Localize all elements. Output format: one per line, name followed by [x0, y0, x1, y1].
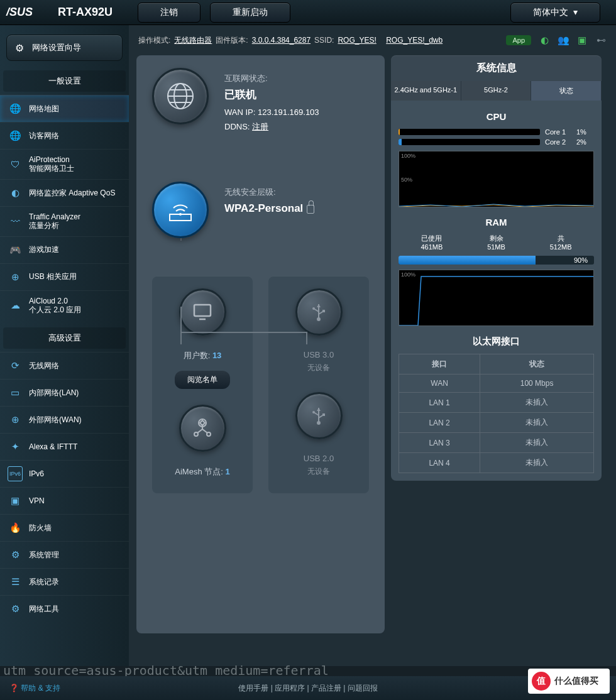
eth-header-status: 状态: [480, 354, 594, 375]
aimesh-count: 1: [225, 467, 229, 476]
ram-title: RAM: [399, 217, 594, 227]
help-link[interactable]: ❓ 帮助 & 支持: [9, 683, 60, 694]
tab-24-5g1[interactable]: 2.4GHz and 5GHz-1: [391, 81, 461, 101]
admin-icon: ⚙: [8, 547, 23, 562]
globe-icon: 🌐: [8, 101, 23, 116]
clients-label: 用户数:: [184, 351, 211, 360]
pulse-icon: 〰: [8, 214, 23, 229]
ram-free: 51MB: [487, 243, 505, 251]
clients-card: 用户数: 13 阅览名单 AiMesh 节点: 1: [152, 276, 253, 493]
usb-status-icon[interactable]: ⊷: [595, 35, 607, 46]
tab-status[interactable]: 状态: [531, 81, 602, 101]
svg-rect-6: [194, 305, 211, 316]
system-tabs: 2.4GHz and 5GHz-1 5GHz-2 状态: [391, 81, 602, 101]
ethernet-table: 接口状态 WAN100 Mbps LAN 1未插入 LAN 2未插入 LAN 3…: [399, 354, 594, 473]
tab-5g2[interactable]: 5GHz-2: [461, 81, 532, 101]
usb2-label: USB 2.0: [275, 454, 363, 463]
sidebar-item-qos[interactable]: ◐网络监控家 Adaptive QoS: [0, 179, 129, 206]
ram-bar: 90%: [399, 256, 594, 265]
fw-label: 固件版本:: [216, 35, 248, 46]
reboot-button[interactable]: 重新启动: [210, 3, 290, 23]
usb2-icon[interactable]: [295, 392, 343, 439]
aimesh-icon[interactable]: [179, 405, 226, 452]
ddns-link[interactable]: 注册: [252, 122, 268, 131]
sidebar-item-administration[interactable]: ⚙系统管理: [0, 541, 129, 568]
quick-setup-button[interactable]: ⚙ 网络设置向导: [6, 35, 123, 61]
ram-graph: 100%: [399, 270, 594, 326]
usb3-label: USB 3.0: [275, 350, 363, 359]
ssid2[interactable]: ROG_YES!_dwb: [386, 36, 443, 45]
sidebar-item-alexa[interactable]: ✦Alexa & IFTTT: [0, 433, 129, 460]
ddns-label: DDNS:: [224, 122, 250, 131]
brand-logo: /SUS: [6, 6, 33, 19]
sidebar-item-usb-app[interactable]: ⊕USB 相关应用: [0, 263, 129, 290]
router-icon[interactable]: [152, 182, 209, 238]
wireless-label: 无线安全层级:: [224, 185, 314, 199]
language-select[interactable]: 简体中文 ▾: [510, 3, 600, 23]
wizard-label: 网络设置向导: [32, 42, 81, 53]
sidebar-item-syslog[interactable]: ☰系统记录: [0, 568, 129, 595]
sidebar-item-aicloud[interactable]: ☁AiCloud 2.0 个人云 2.0 应用: [0, 290, 129, 320]
sidebar-item-wan[interactable]: ⊕外部网络(WAN): [0, 406, 129, 433]
eth-title: 以太网接口: [399, 336, 594, 347]
ram-used: 461MB: [421, 243, 443, 251]
status-icon[interactable]: ▣: [576, 35, 588, 46]
users-icon[interactable]: 👥: [558, 35, 569, 46]
ram-used-label: 已使用: [421, 234, 443, 243]
cpu-core-1: Core 1 1%: [399, 128, 594, 136]
sidebar-item-ipv6[interactable]: IPv6IPv6: [0, 460, 129, 487]
usb3-icon[interactable]: [295, 288, 343, 336]
footer-links[interactable]: 使用手册 | 应用程序 | 产品注册 | 问题回报: [238, 683, 377, 694]
sidebar-item-guest-network[interactable]: 🌐访客网络: [0, 122, 129, 149]
mode-link[interactable]: 无线路由器: [174, 35, 212, 46]
core2-pct: 2%: [576, 138, 594, 146]
badge-text: 什么值得买: [554, 675, 598, 687]
monitor-icon[interactable]: [179, 288, 226, 336]
watermark-badge: 值 什么值得买: [528, 669, 610, 694]
wireless-mode: WPA2-Personal: [224, 202, 303, 214]
usb-icon: ⊕: [8, 270, 23, 285]
cpu-core-2: Core 2 2%: [399, 138, 594, 146]
sidebar-item-lan[interactable]: ▭内部网络(LAN): [0, 379, 129, 406]
sidebar-item-network-map[interactable]: 🌐网络地图: [0, 95, 129, 122]
svg-point-9: [194, 432, 198, 436]
system-title: 系统信息: [391, 55, 602, 81]
wan-label: WAN IP:: [224, 107, 255, 117]
internet-card: 互联网状态: 已联机 WAN IP: 123.191.169.103 DDNS:…: [136, 68, 385, 134]
sidebar-item-wireless[interactable]: ⟳无线网络: [0, 352, 129, 379]
section-general: 一般设置: [3, 70, 126, 92]
sidebar-item-aiprotection[interactable]: 🛡AiProtection 智能网络卫士: [0, 149, 129, 179]
badge-icon: 值: [532, 672, 551, 691]
logout-button[interactable]: 注销: [138, 3, 201, 23]
svg-rect-18: [322, 413, 325, 416]
shield-icon: 🛡: [8, 156, 23, 172]
alexa-icon: ✦: [8, 439, 23, 454]
sidebar-item-game-boost[interactable]: 🎮游戏加速: [0, 236, 129, 263]
top-bar: /SUS RT-AX92U 注销 重新启动 简体中文 ▾: [0, 0, 616, 25]
ssid-label: SSID:: [314, 36, 334, 45]
speedtest-icon[interactable]: ◐: [539, 35, 550, 46]
cpu-graph: 100% 50%: [399, 151, 594, 207]
sidebar-item-firewall[interactable]: 🔥防火墙: [0, 514, 129, 541]
svg-point-5: [179, 213, 182, 216]
lock-icon: [307, 205, 314, 214]
ram-free-label: 剩余: [487, 234, 505, 243]
ssid1[interactable]: ROG_YES!: [338, 36, 376, 45]
usb3-status: 无设备: [275, 363, 363, 373]
internet-icon[interactable]: [152, 68, 209, 124]
ipv6-icon: IPv6: [8, 466, 23, 481]
log-icon: ☰: [8, 574, 23, 589]
table-row: LAN 4未插入: [399, 453, 594, 473]
gamepad-icon: 🎮: [8, 243, 23, 258]
table-row: LAN 3未插入: [399, 433, 594, 453]
sidebar-item-nettools[interactable]: ⚙网络工具: [0, 595, 129, 622]
usb-card: USB 3.0 无设备 USB 2.0 无设备: [268, 276, 369, 493]
sidebar-item-traffic-analyzer[interactable]: 〰Traffic Analyzer 流量分析: [0, 206, 129, 236]
fw-link[interactable]: 3.0.0.4.384_6287: [252, 36, 311, 45]
browse-clients-button[interactable]: 阅览名单: [175, 371, 230, 389]
sidebar-item-vpn[interactable]: ▣VPN: [0, 487, 129, 514]
app-badge[interactable]: App: [506, 35, 531, 45]
gauge-icon: ◐: [8, 185, 23, 200]
table-row: LAN 2未插入: [399, 413, 594, 433]
fire-icon: 🔥: [8, 520, 23, 535]
